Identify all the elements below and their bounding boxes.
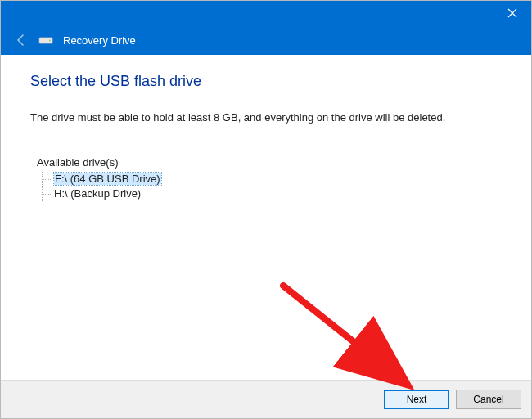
instruction-text: The drive must be able to hold at least … xyxy=(30,111,502,124)
svg-point-3 xyxy=(49,40,51,42)
cancel-button[interactable]: Cancel xyxy=(456,390,521,409)
content-area: Select the USB flash drive The drive mus… xyxy=(1,55,531,381)
tree-root-label: Available drive(s) xyxy=(37,156,502,169)
tree-children: F:\ (64 GB USB Drive) H:\ (Backup Drive) xyxy=(42,172,502,201)
footer: Next Cancel xyxy=(1,381,531,418)
back-arrow-icon[interactable] xyxy=(14,33,29,47)
drive-item-h[interactable]: H:\ (Backup Drive) xyxy=(43,187,502,201)
app-title: Recovery Drive xyxy=(63,34,136,47)
close-button[interactable] xyxy=(494,1,531,25)
titlebar xyxy=(1,1,531,25)
drive-item-f[interactable]: F:\ (64 GB USB Drive) xyxy=(43,172,502,187)
drive-item-label: H:\ (Backup Drive) xyxy=(54,187,141,200)
drive-item-label: F:\ (64 GB USB Drive) xyxy=(54,173,161,185)
page-heading: Select the USB flash drive xyxy=(30,73,502,90)
next-button[interactable]: Next xyxy=(384,390,449,409)
drive-icon xyxy=(38,34,53,46)
header-bar: Recovery Drive xyxy=(1,25,531,55)
drive-tree: Available drive(s) F:\ (64 GB USB Drive)… xyxy=(37,156,502,201)
